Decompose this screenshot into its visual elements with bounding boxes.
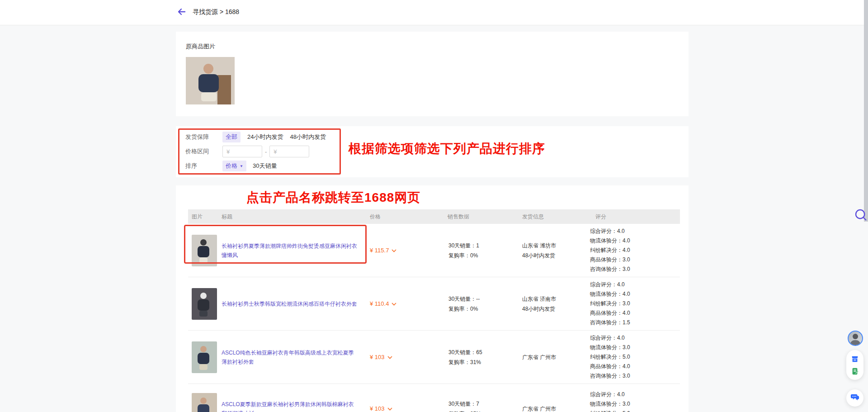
repurchase-rate: 复购率：0% [448, 304, 522, 314]
price-value: ¥ 110.4 [370, 300, 389, 307]
product-thumbnail [188, 235, 222, 266]
product-photo-placeholder [186, 57, 235, 104]
rating-line: 纠纷解决分：4.0 [590, 246, 680, 255]
chevron-down-icon[interactable] [387, 407, 392, 411]
price-value: ¥ 115.7 [370, 247, 389, 254]
rating-line: 纠纷解决分：5.0 [590, 409, 680, 412]
rating-line: 物流体验分：4.0 [590, 289, 680, 299]
sort-option-30d-sales[interactable]: 30天销量 [253, 162, 277, 170]
column-header-sales: 销售数据 [448, 213, 522, 221]
price-value: ¥ 103 [370, 354, 385, 360]
rating-line: 咨询体验分：1.5 [590, 318, 680, 327]
rating-line: 商品体验分：4.0 [590, 308, 680, 318]
product-sales-data: 30天销量：7 复购率：25% [448, 399, 522, 412]
chevron-down-icon[interactable] [387, 356, 392, 359]
rating-line: 综合评分：4.0 [590, 227, 680, 236]
product-sales-data: 30天销量：65 复购率：31% [448, 347, 522, 367]
product-photo-placeholder [192, 393, 217, 412]
price-range-label: 价格区间 [185, 147, 222, 156]
filter-annotation-text: 根据筛选项筛选下列产品进行排序 [349, 140, 545, 157]
rating-line: 纠纷解决分：3.0 [590, 299, 680, 308]
price-max-input[interactable] [269, 146, 309, 157]
title-annotation-text: 点击产品名称跳转至1688网页 [246, 189, 420, 206]
product-ratings: 综合评分：4.0物流体验分：4.0纠纷解决分：4.0商品体验分：3.0咨询体验分… [590, 224, 680, 277]
scrollbar-thumb[interactable] [864, 0, 868, 222]
back-button[interactable] [175, 6, 188, 19]
top-bar: 寻找货源 > 1688 [0, 0, 868, 25]
product-table-body: 长袖衬衫男夏季薄款潮牌痞帅炸街免熨烫感亚麻休闲衬衣慵懒风 ¥ 115.7 30天… [188, 224, 680, 412]
shipping-option-48h[interactable]: 48小时内发货 [290, 133, 326, 141]
product-title-link[interactable]: ASCLO纯色长袖亚麻衬衣青年韩版高级感上衣宽松夏季薄款衬衫外套 [222, 348, 370, 366]
product-table: 图片 标题 价格 销售数据 发货信息 评分 长袖衬衫男夏季薄款潮牌痞帅炸街免熨烫… [188, 209, 680, 412]
product-row: 长袖衬衫男士秋季韩版宽松潮流休闲感百搭牛仔衬衣外套 ¥ 110.4 30天销量：… [188, 277, 680, 331]
product-ratings: 综合评分：4.0物流体验分：3.0纠纷解决分：5.0商品体验分：4.0咨询体验分… [590, 331, 680, 384]
rating-line: 物流体验分：3.0 [590, 343, 680, 352]
product-shipping-info: 广东省 广州市 [522, 404, 590, 412]
order-notes-icon[interactable] [851, 367, 859, 375]
search-button[interactable] [854, 208, 868, 222]
repurchase-rate: 复购率：25% [448, 409, 522, 412]
triangle-down-icon: ▼ [240, 164, 243, 168]
table-header: 图片 标题 价格 销售数据 发货信息 评分 [188, 209, 680, 224]
screen: 寻找货源 > 1688 原商品图片 发货保障 全部 24小时内发货 48小时内发… [0, 0, 868, 412]
product-shipping-info: 山东省 济南市 48小时内发货 [522, 294, 590, 314]
search-icon [854, 216, 868, 223]
product-photo-placeholder [192, 288, 217, 320]
shipping-location: 山东省 潍坊市 [522, 241, 590, 251]
column-header-image: 图片 [188, 213, 222, 221]
product-title-link[interactable]: ASCLO夏季新款亚麻长袖衬衫男薄款休闲韩版棉麻衬衣翻领潮流寸衫 [222, 400, 370, 412]
shipping-option-all[interactable]: 全部 [222, 132, 241, 142]
shipping-option-24h[interactable]: 24小时内发货 [247, 133, 283, 141]
chat-button[interactable] [846, 389, 863, 407]
product-thumbnail [188, 393, 222, 412]
rating-line: 商品体验分：4.0 [590, 362, 680, 371]
product-ratings: 综合评分：4.0物流体验分：3.0纠纷解决分：5.0商品体验分：4.0 [590, 387, 680, 412]
sort-option-price[interactable]: 价格 ▼ [222, 161, 246, 171]
avatar-photo-icon [849, 339, 862, 346]
product-list-card: 图片 标题 价格 销售数据 发货信息 评分 长袖衬衫男夏季薄款潮牌痞帅炸街免熨烫… [176, 185, 689, 412]
original-product-card: 原商品图片 [176, 32, 689, 116]
rating-line: 咨询体验分：3.0 [590, 371, 680, 381]
product-price: ¥ 103 [370, 405, 448, 412]
product-row: ASCLO纯色长袖亚麻衬衣青年韩版高级感上衣宽松夏季薄款衬衫外套 ¥ 103 3… [188, 331, 680, 384]
repurchase-rate: 复购率：0% [448, 251, 522, 260]
chevron-down-icon[interactable] [392, 303, 396, 306]
shop-icon[interactable] [851, 355, 859, 363]
product-price: ¥ 115.7 [370, 247, 448, 254]
chevron-down-icon[interactable] [392, 249, 396, 252]
product-price: ¥ 103 [370, 354, 448, 360]
product-price: ¥ 110.4 [370, 300, 448, 307]
column-header-score: 评分 [590, 213, 680, 221]
product-ratings: 综合评分：4.0物流体验分：4.0纠纷解决分：3.0商品体验分：4.0咨询体验分… [590, 277, 680, 330]
product-photo-placeholder [192, 235, 217, 266]
price-value: ¥ 103 [370, 405, 385, 412]
rating-line: 综合评分：4.0 [590, 333, 680, 343]
repurchase-rate: 复购率：31% [448, 357, 522, 367]
product-sales-data: 30天销量：-- 复购率：0% [448, 294, 522, 314]
sales-30d: 30天销量：-- [448, 294, 522, 304]
shipping-location: 广东省 广州市 [522, 352, 590, 362]
sales-30d: 30天销量：7 [448, 399, 522, 409]
shipping-filter-label: 发货保障 [185, 133, 222, 141]
shipping-delivery: 48小时内发货 [522, 251, 590, 260]
rating-line: 综合评分：4.0 [590, 390, 680, 399]
rating-line: 物流体验分：4.0 [590, 236, 680, 246]
assistant-avatar[interactable] [848, 331, 863, 346]
sort-row: 排序 价格 ▼ 30天销量 [176, 160, 689, 172]
product-thumbnail [188, 288, 222, 320]
column-header-shipping: 发货信息 [522, 213, 590, 221]
price-range-separator: - [265, 148, 267, 155]
sales-30d: 30天销量：1 [448, 241, 522, 251]
product-title-link[interactable]: 长袖衬衫男士秋季韩版宽松潮流休闲感百搭牛仔衬衣外套 [222, 299, 370, 308]
chat-bubbles-icon [850, 393, 859, 403]
column-header-title: 标题 [222, 213, 370, 221]
sales-30d: 30天销量：65 [448, 347, 522, 357]
product-photo-placeholder [192, 341, 217, 373]
arrow-left-icon [176, 6, 187, 19]
price-min-input[interactable] [222, 146, 262, 157]
product-shipping-info: 山东省 潍坊市 48小时内发货 [522, 241, 590, 260]
breadcrumb: 寻找货源 > 1688 [193, 8, 239, 16]
sort-label: 排序 [185, 162, 222, 170]
product-title-link[interactable]: 长袖衬衫男夏季薄款潮牌痞帅炸街免熨烫感亚麻休闲衬衣慵懒风 [222, 242, 370, 260]
product-sales-data: 30天销量：1 复购率：0% [448, 241, 522, 260]
